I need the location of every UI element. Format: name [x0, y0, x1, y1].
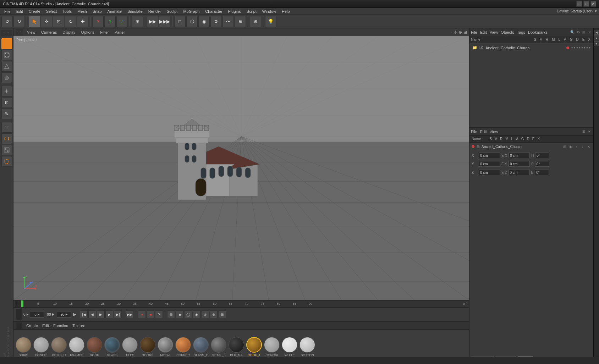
- menu-script[interactable]: Script: [244, 9, 259, 14]
- menu-plugins[interactable]: Plugins: [225, 9, 244, 14]
- prop-obj-icon-4[interactable]: ↓: [580, 144, 585, 149]
- tc-record[interactable]: ●: [138, 310, 146, 318]
- obj-spline-btn[interactable]: ◉: [198, 16, 210, 27]
- menu-sculpt[interactable]: Sculpt: [164, 9, 181, 14]
- translate-btn[interactable]: ✛: [1, 86, 12, 96]
- rb-close-icon[interactable]: ✕: [587, 129, 592, 134]
- mode-x-btn[interactable]: ✕: [92, 16, 104, 27]
- rb-menu-view[interactable]: View: [490, 129, 498, 134]
- view-menu-panel[interactable]: Panel: [113, 29, 126, 35]
- menu-tools[interactable]: Tools: [60, 9, 75, 14]
- sidebar-drag[interactable]: ⋮⋮: [1, 30, 12, 36]
- menu-help[interactable]: Help: [279, 9, 293, 14]
- rt-menu-file[interactable]: File: [471, 30, 477, 34]
- mat-menu-edit[interactable]: Edit: [42, 324, 49, 328]
- prop-obj-icon-5[interactable]: ✕: [586, 144, 591, 149]
- tc-goto-end[interactable]: ▶|: [114, 310, 122, 318]
- tc-goto-end2[interactable]: ▶▶|: [126, 310, 134, 318]
- object-row-church[interactable]: 📁 L0 Ancient_Catholic_Church ● ● ● ● ● ●…: [471, 45, 592, 51]
- mat-menu-create[interactable]: Create: [26, 324, 38, 328]
- menu-animate[interactable]: Animate: [105, 9, 125, 14]
- far-right-btn-3[interactable]: ▼: [594, 41, 599, 46]
- rt-menu-tags[interactable]: Tags: [517, 30, 525, 34]
- minimize-btn[interactable]: ─: [576, 1, 582, 7]
- select-side-btn[interactable]: [1, 156, 12, 167]
- close-btn[interactable]: ✕: [590, 1, 596, 7]
- material-concri-2[interactable]: CONCRI: [264, 337, 280, 357]
- menu-snap[interactable]: Snap: [90, 9, 105, 14]
- redo-btn[interactable]: ↻: [13, 16, 25, 27]
- prop-x-pos[interactable]: [479, 153, 500, 158]
- material-metal-j[interactable]: METAL_J: [211, 337, 226, 357]
- material-glass[interactable]: GLASS: [104, 337, 120, 357]
- edges-mode-btn[interactable]: [1, 61, 12, 72]
- light-btn[interactable]: 💡: [265, 16, 276, 27]
- rb-menu-file[interactable]: File: [471, 129, 477, 134]
- rt-menu-view[interactable]: View: [490, 30, 498, 34]
- timeline-drag[interactable]: ⋮⋮: [15, 300, 21, 307]
- obj-hair-btn[interactable]: ≋: [235, 16, 246, 27]
- new-object-btn[interactable]: ✚: [77, 16, 88, 27]
- tc-goto-start[interactable]: |◀: [80, 310, 88, 318]
- material-concri[interactable]: CONCRI: [33, 337, 49, 357]
- tc-key7[interactable]: ⊞: [218, 310, 226, 318]
- material-blk-ma[interactable]: BLK_MA: [229, 337, 244, 357]
- render-active-btn[interactable]: ▶▶▶: [159, 16, 170, 27]
- material-glass-c[interactable]: GLASS_C: [193, 337, 209, 357]
- menu-select[interactable]: Select: [43, 9, 60, 14]
- scale-side-btn[interactable]: ⊡: [1, 97, 12, 108]
- tc-drag[interactable]: [16, 309, 22, 320]
- menu-simulate[interactable]: Simulate: [125, 9, 145, 14]
- rt-menu-bookmarks[interactable]: Bookmarks: [528, 30, 548, 34]
- rotate-btn[interactable]: ↻: [65, 16, 76, 27]
- prop-obj-icon-1[interactable]: ⊞: [562, 144, 567, 149]
- camera-btn[interactable]: ⊕: [250, 16, 261, 27]
- frame-btn[interactable]: ⊞: [132, 16, 143, 27]
- rb-menu-edit[interactable]: Edit: [480, 129, 487, 134]
- rt-expand-icon[interactable]: ⊞: [581, 30, 586, 35]
- rt-close-icon[interactable]: ✕: [587, 30, 592, 35]
- vp-move-icon[interactable]: ✛: [454, 30, 457, 35]
- rt-settings-icon[interactable]: ⚙: [576, 30, 581, 35]
- undo-btn[interactable]: ↺: [1, 16, 13, 27]
- menu-create[interactable]: Create: [26, 9, 43, 14]
- material-briks-u[interactable]: BRIKS_U: [51, 337, 67, 357]
- far-right-btn-1[interactable]: ◀: [594, 30, 599, 35]
- menu-mograph[interactable]: MoGraph: [180, 9, 202, 14]
- mode-y-btn[interactable]: Y: [104, 16, 116, 27]
- knife-btn[interactable]: ⌗: [1, 122, 12, 133]
- scale-btn[interactable]: ⊡: [53, 16, 64, 27]
- mat-drag[interactable]: [16, 322, 22, 329]
- prop-p-val[interactable]: [535, 161, 549, 167]
- view-menu-cameras[interactable]: Cameras: [40, 29, 59, 35]
- rotate-side-btn[interactable]: ↻: [1, 109, 12, 119]
- rb-expand-icon[interactable]: ⊞: [581, 129, 586, 134]
- timeline-ruler[interactable]: ⋮⋮ 0 5 10 15 20 25 30 35 40 45 50 5: [13, 300, 469, 308]
- tc-key3[interactable]: ◯: [184, 310, 192, 318]
- material-tiles[interactable]: TILES: [122, 337, 138, 357]
- menu-file[interactable]: File: [1, 9, 13, 14]
- material-copper[interactable]: COPPER: [175, 337, 191, 357]
- tc-end-input[interactable]: [57, 311, 71, 318]
- prop-object-row[interactable]: ⊞ Ancient_Catholic_Church ⊞ ◉ ↑ ↓ ✕: [469, 143, 593, 150]
- tc-help[interactable]: ?: [155, 310, 163, 318]
- material-doors[interactable]: DOORS: [140, 337, 155, 357]
- rt-menu-objects[interactable]: Objects: [501, 30, 514, 34]
- rt-menu-edit[interactable]: Edit: [480, 30, 487, 34]
- mat-menu-function[interactable]: Function: [53, 324, 68, 328]
- menu-edit[interactable]: Edit: [13, 9, 26, 14]
- view-menu-view[interactable]: View: [26, 29, 37, 35]
- tc-play[interactable]: ▶: [97, 310, 105, 318]
- rt-search-icon[interactable]: 🔍: [570, 30, 575, 35]
- material-botton[interactable]: BOTTON: [300, 337, 315, 357]
- tc-key6[interactable]: ⊕: [210, 310, 218, 318]
- tc-next-frame[interactable]: ▶: [105, 310, 113, 318]
- material-roof[interactable]: ROOF: [87, 337, 102, 357]
- mode-z-btn[interactable]: Z: [116, 16, 128, 27]
- tc-key2[interactable]: ■: [176, 310, 183, 318]
- tc-key1[interactable]: ⊞: [167, 310, 175, 318]
- prop-h-val[interactable]: [535, 153, 549, 158]
- menu-character[interactable]: Character: [202, 9, 225, 14]
- tc-frame-input[interactable]: [30, 311, 44, 318]
- menu-window[interactable]: Window: [259, 9, 279, 14]
